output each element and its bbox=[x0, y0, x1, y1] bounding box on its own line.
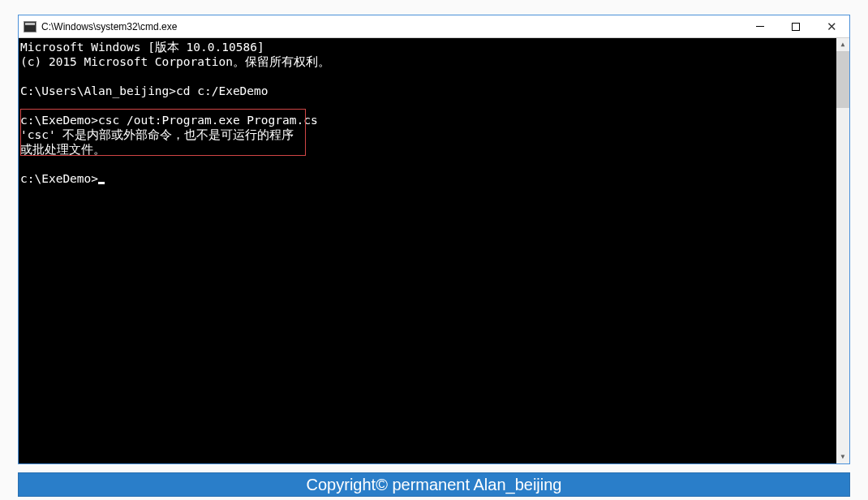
close-icon: ✕ bbox=[827, 20, 837, 32]
console-line: 'csc' 不是内部或外部命令，也不是可运行的程序 bbox=[20, 127, 849, 142]
console-line bbox=[20, 69, 849, 84]
footer-bar: Copyright© permanent Alan_beijing bbox=[18, 472, 850, 497]
scroll-thumb[interactable] bbox=[836, 51, 849, 108]
titlebar[interactable]: C:\Windows\system32\cmd.exe ✕ bbox=[19, 15, 849, 38]
cmd-window: C:\Windows\system32\cmd.exe ✕ Microsoft … bbox=[18, 15, 850, 464]
close-button[interactable]: ✕ bbox=[814, 15, 849, 37]
console-line: c:\ExeDemo> bbox=[20, 171, 849, 186]
console-line: Microsoft Windows [版本 10.0.10586] bbox=[20, 40, 849, 54]
cursor bbox=[98, 182, 105, 184]
minimize-icon bbox=[756, 26, 764, 27]
console-line: C:\Users\Alan_beijing>cd c:/ExeDemo bbox=[20, 84, 849, 98]
console-content: Microsoft Windows [版本 10.0.10586](c) 201… bbox=[20, 40, 849, 463]
console-line: c:\ExeDemo>csc /out:Program.exe Program.… bbox=[20, 113, 849, 127]
scroll-up-button[interactable]: ▲ bbox=[836, 38, 849, 51]
vertical-scrollbar[interactable]: ▲ ▼ bbox=[836, 38, 849, 463]
cmd-icon bbox=[24, 21, 37, 32]
footer-text: Copyright© permanent Alan_beijing bbox=[307, 476, 562, 494]
console-line bbox=[20, 98, 849, 113]
outer-container: C:\Windows\system32\cmd.exe ✕ Microsoft … bbox=[0, 0, 868, 500]
maximize-button[interactable] bbox=[778, 15, 814, 37]
window-controls: ✕ bbox=[742, 15, 849, 37]
minimize-button[interactable] bbox=[742, 15, 778, 37]
maximize-icon bbox=[792, 23, 800, 31]
window-title: C:\Windows\system32\cmd.exe bbox=[41, 21, 742, 32]
scroll-track[interactable] bbox=[836, 51, 849, 450]
console-line: 或批处理文件。 bbox=[20, 142, 849, 157]
console-line: (c) 2015 Microsoft Corporation。保留所有权利。 bbox=[20, 54, 849, 69]
scroll-down-button[interactable]: ▼ bbox=[836, 450, 849, 463]
console-area[interactable]: Microsoft Windows [版本 10.0.10586](c) 201… bbox=[19, 38, 849, 463]
console-line bbox=[20, 157, 849, 171]
